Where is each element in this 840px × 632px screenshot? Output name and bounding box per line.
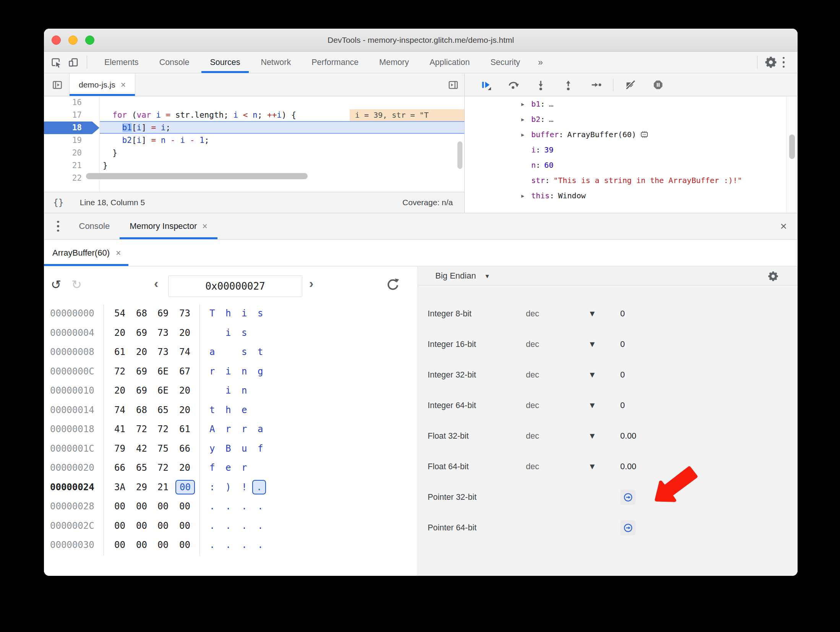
ascii-0000002C-1[interactable]: . [225,520,231,531]
byte-00000018-0[interactable]: 41 [114,424,125,434]
byte-00000030-1[interactable]: 00 [136,540,147,550]
ascii-0000001C-3[interactable]: f [258,443,263,454]
byte-00000010-0[interactable]: 20 [114,385,125,396]
byte-00000010-3[interactable]: 20 [179,385,190,396]
format-caret-icon[interactable]: ▼ [588,309,596,319]
byte-0000001C-2[interactable]: 75 [157,443,169,454]
line-number-20[interactable]: 20 [44,147,99,159]
byte-00000000-0[interactable]: 54 [114,308,125,319]
tab-network[interactable]: Network [250,52,301,73]
byte-0000002C-3[interactable]: 00 [179,520,190,531]
byte-00000028-2[interactable]: 00 [157,501,169,512]
ascii-00000024-2[interactable]: ! [242,482,247,493]
zoom-window-button[interactable] [85,36,94,45]
ascii-00000030-2[interactable]: . [242,540,247,550]
ascii-00000024-1[interactable]: ) [225,482,231,493]
memory-chip-icon[interactable] [639,130,649,139]
ascii-0000000C-1[interactable]: i [225,366,231,377]
code-line-16[interactable] [100,96,464,109]
editor-horizontal-scrollbar[interactable] [86,173,308,179]
deactivate-breakpoints-button[interactable] [625,79,636,91]
ascii-0000001C-1[interactable]: B [225,443,231,454]
byte-00000004-2[interactable]: 73 [157,327,169,338]
editor-vertical-scrollbar[interactable] [457,141,462,169]
scope-row-b2[interactable]: ▶b2:… [465,112,786,127]
ascii-00000028-0[interactable]: . [209,501,215,512]
scope-row-str[interactable]: str:"This is a string in the ArrayBuffer… [465,173,786,188]
format-caret-icon[interactable]: ▼ [588,340,596,349]
format-select[interactable]: dec [526,431,539,441]
history-back-icon[interactable]: ↺ [51,277,61,292]
byte-00000000-3[interactable]: 73 [179,308,190,319]
byte-00000008-1[interactable]: 20 [136,347,147,357]
tab-performance[interactable]: Performance [301,52,369,73]
ascii-00000014-1[interactable]: h [225,405,231,415]
tab-sources[interactable]: Sources [200,52,251,73]
byte-00000008-3[interactable]: 74 [179,347,190,357]
byte-00000014-2[interactable]: 65 [157,405,169,415]
byte-00000030-3[interactable]: 00 [179,540,190,550]
ascii-00000010-2[interactable]: n [242,385,247,396]
ascii-00000028-3[interactable]: . [258,501,263,512]
ascii-0000001C-2[interactable]: u [242,443,247,454]
close-window-button[interactable] [52,36,61,45]
byte-00000008-0[interactable]: 61 [114,347,125,357]
buffer-tab-arraybuffer[interactable]: ArrayBuffer(60) × [44,240,128,266]
tab-more[interactable]: » [530,52,551,73]
scope-row-b1[interactable]: ▶b1:… [465,96,786,112]
ascii-00000030-0[interactable]: . [209,540,215,550]
code-line-20[interactable]: } [100,147,464,159]
format-select[interactable]: dec [526,370,539,380]
ascii-00000008-0[interactable]: a [209,347,215,357]
byte-0000001C-1[interactable]: 42 [136,443,147,454]
line-number-18[interactable]: 18 [44,122,99,134]
ascii-0000000C-2[interactable]: n [242,366,247,377]
refresh-icon[interactable] [385,277,401,293]
close-memory-inspector-tab-icon[interactable]: × [202,221,207,232]
jump-to-pointer-button[interactable] [620,489,636,505]
tab-memory[interactable]: Memory [369,52,419,73]
ascii-00000030-1[interactable]: . [225,540,231,550]
byte-00000004-3[interactable]: 20 [179,327,190,338]
byte-0000000C-0[interactable]: 72 [114,366,125,377]
scope-row-this[interactable]: ▶this:Window [465,188,786,203]
line-number-19[interactable]: 19 [44,134,99,147]
code-line-19[interactable]: b2[i] = n - i - 1; [100,134,464,147]
code-line-18[interactable]: b1[i] = i; [100,122,464,134]
byte-00000024-0[interactable]: 3A [114,482,125,493]
byte-0000000C-1[interactable]: 69 [136,366,147,377]
byte-0000002C-2[interactable]: 00 [157,520,169,531]
format-select[interactable]: dec [526,401,539,410]
byte-00000020-0[interactable]: 66 [114,462,125,473]
close-buffer-tab-icon[interactable]: × [116,248,121,258]
byte-00000030-0[interactable]: 00 [114,540,125,550]
endianness-caret-icon[interactable]: ▼ [484,273,490,279]
scope-row-buffer[interactable]: ▶buffer:ArrayBuffer(60) [465,127,786,142]
byte-00000030-2[interactable]: 00 [157,540,169,550]
format-caret-icon[interactable]: ▼ [588,431,596,441]
scope-row-i[interactable]: i:39 [465,142,786,157]
byte-00000024-1[interactable]: 29 [136,482,147,493]
scope-row-n[interactable]: n:60 [465,157,786,173]
byte-00000020-3[interactable]: 20 [179,462,190,473]
pause-on-exceptions-button[interactable] [652,79,664,91]
byte-00000014-0[interactable]: 74 [114,405,125,415]
scope-scrollbar-track[interactable] [786,96,798,213]
byte-0000001C-3[interactable]: 66 [179,443,190,454]
ascii-00000000-0[interactable]: T [209,308,215,319]
ascii-00000000-3[interactable]: s [258,308,263,319]
byte-00000018-3[interactable]: 61 [179,424,190,434]
ascii-00000000-1[interactable]: h [225,308,231,319]
byte-00000000-1[interactable]: 68 [136,308,147,319]
address-input[interactable] [168,275,302,297]
drawer-tab-console[interactable]: Console [69,213,120,239]
ascii-00000018-0[interactable]: A [209,424,215,434]
byte-00000024-3[interactable]: 00 [175,480,195,494]
code-editor[interactable]: 16171819202122 for (var i = str.length; … [44,96,464,192]
byte-00000018-1[interactable]: 72 [136,424,147,434]
endianness-select[interactable]: Big Endian [435,271,476,281]
line-number-17[interactable]: 17 [44,109,99,122]
interpretation-settings-button[interactable] [768,271,778,283]
ascii-00000000-2[interactable]: i [242,308,247,319]
line-number-16[interactable]: 16 [44,96,99,109]
